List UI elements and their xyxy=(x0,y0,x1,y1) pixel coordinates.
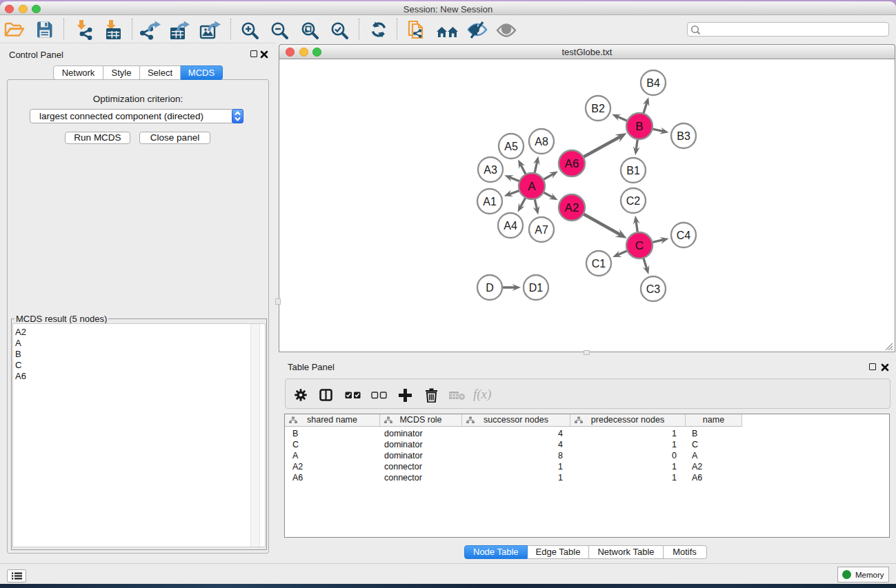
svg-text:B2: B2 xyxy=(591,103,605,114)
svg-text:C1: C1 xyxy=(592,258,606,270)
svg-text:A5: A5 xyxy=(504,141,518,152)
svg-text:B4: B4 xyxy=(646,77,660,89)
svg-text:A7: A7 xyxy=(535,224,548,236)
svg-text:D1: D1 xyxy=(529,282,544,294)
svg-text:A: A xyxy=(528,180,536,193)
svg-text:D: D xyxy=(486,282,494,294)
svg-text:B1: B1 xyxy=(626,165,640,176)
svg-text:A4: A4 xyxy=(504,220,517,232)
svg-text:A1: A1 xyxy=(483,196,497,207)
svg-text:B: B xyxy=(635,120,643,133)
svg-text:C: C xyxy=(635,239,644,252)
svg-text:C3: C3 xyxy=(646,283,661,295)
svg-text:A3: A3 xyxy=(484,164,497,176)
svg-text:A8: A8 xyxy=(535,136,548,148)
svg-text:C4: C4 xyxy=(677,230,691,241)
svg-text:A6: A6 xyxy=(565,157,579,170)
svg-text:C2: C2 xyxy=(626,195,641,207)
svg-text:A2: A2 xyxy=(565,201,579,214)
svg-text:B3: B3 xyxy=(677,130,690,142)
